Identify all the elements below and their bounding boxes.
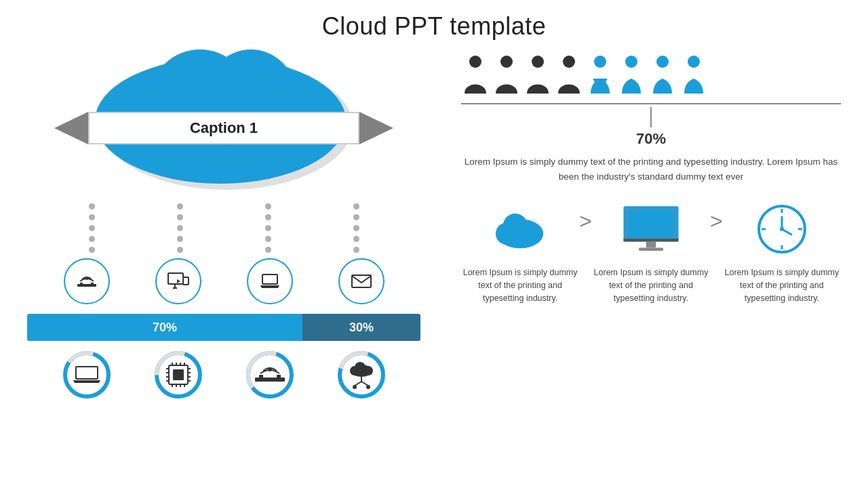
person-blue-1	[586, 54, 614, 98]
laptop-icon	[247, 258, 293, 304]
bottom-item-clock: Lorem Ipsum is simply dummy text of the …	[723, 199, 841, 304]
dot	[353, 225, 359, 231]
banner-main: Caption 1	[88, 112, 359, 144]
dot	[353, 203, 359, 209]
person-dark-3	[524, 54, 552, 98]
svg-point-65	[656, 56, 669, 68]
svg-rect-17	[262, 274, 277, 284]
banner: Caption 1	[54, 112, 393, 144]
dot	[353, 236, 359, 242]
svg-line-56	[361, 382, 368, 386]
svg-rect-11	[80, 283, 83, 284]
svg-rect-14	[168, 273, 183, 284]
wifi-router-icon	[64, 258, 110, 304]
svg-point-58	[366, 385, 370, 389]
svg-rect-75	[623, 239, 678, 242]
clock-icon	[751, 199, 812, 260]
dot-column-1	[89, 203, 95, 253]
left-panel: Caption 1	[20, 47, 427, 399]
svg-rect-21	[76, 367, 98, 379]
svg-point-59	[469, 56, 481, 68]
bottom-item-cloud: Lorem Ipsum is simply dummy text of the …	[461, 199, 579, 304]
right-panel: 70% Lorem Ipsum is simply dummy text of …	[461, 54, 841, 304]
bottom-item-monitor: Lorem Ipsum is simply dummy text of the …	[592, 199, 710, 304]
dot	[89, 247, 95, 253]
person-dark-2	[492, 54, 521, 98]
svg-rect-45	[259, 375, 263, 378]
screen-share-icon	[155, 258, 201, 304]
dot	[353, 247, 359, 253]
person-dark-1	[461, 54, 490, 98]
greater-than-1: >	[579, 199, 592, 234]
dot	[265, 236, 271, 242]
person-blue-3	[648, 54, 677, 98]
dot-column-2	[177, 203, 183, 253]
svg-rect-18	[352, 275, 371, 287]
svg-rect-10	[77, 284, 96, 287]
person-blue-4	[679, 54, 708, 98]
dot	[177, 236, 183, 242]
dot-column-4	[353, 203, 359, 253]
icons-row-top	[20, 258, 427, 304]
progress-bar-left: 70%	[27, 314, 302, 341]
chip-donut-icon	[154, 350, 203, 399]
dot	[265, 203, 271, 209]
lorem-text-top: Lorem Ipsum is simply dummy text of the …	[461, 155, 841, 184]
progress-bar-right: 30%	[302, 314, 420, 341]
banner-tail-left	[54, 112, 88, 144]
svg-point-47	[268, 367, 272, 371]
percent-label: 70%	[636, 130, 666, 148]
svg-point-13	[85, 277, 88, 280]
cloud-small-icon	[490, 199, 551, 260]
dot	[89, 236, 95, 242]
cloud-network-donut-icon	[337, 350, 386, 399]
bottom-row: Lorem Ipsum is simply dummy text of the …	[461, 199, 841, 304]
svg-point-57	[353, 385, 357, 389]
bottom-text-3: Lorem Ipsum is simply dummy text of the …	[723, 266, 841, 304]
progress-left-label: 70%	[153, 321, 177, 335]
svg-point-70	[503, 214, 528, 238]
dot	[265, 214, 271, 220]
cloud-wrapper: Caption 1	[47, 47, 400, 197]
dot	[265, 247, 271, 253]
svg-rect-12	[91, 283, 94, 284]
dot	[89, 203, 95, 209]
dot	[177, 203, 183, 209]
wifi-donut-icon	[245, 350, 294, 399]
svg-point-62	[563, 56, 575, 68]
dot-column-3	[265, 203, 271, 253]
svg-point-60	[500, 56, 513, 68]
dots-row	[20, 203, 427, 253]
email-icon	[338, 258, 384, 304]
banner-tail-right	[359, 112, 393, 144]
bottom-text-2: Lorem Ipsum is simply dummy text of the …	[592, 266, 710, 304]
svg-line-55	[355, 382, 361, 386]
dot	[89, 225, 95, 231]
icons-row-bottom	[20, 350, 427, 399]
svg-rect-73	[646, 242, 656, 248]
greater-than-2: >	[710, 199, 723, 234]
people-section: 70% Lorem Ipsum is simply dummy text of …	[461, 54, 841, 184]
dot	[353, 214, 359, 220]
svg-rect-44	[255, 378, 285, 382]
vertical-line	[650, 107, 652, 127]
svg-point-83	[780, 227, 784, 231]
svg-rect-15	[183, 277, 189, 285]
svg-rect-46	[277, 375, 281, 378]
svg-point-63	[594, 56, 606, 68]
dot	[89, 214, 95, 220]
dot	[177, 225, 183, 231]
page-title: Cloud PPT template	[0, 0, 868, 41]
dot	[177, 247, 183, 253]
monitor-icon	[620, 199, 682, 260]
svg-rect-74	[639, 248, 663, 251]
dot	[177, 214, 183, 220]
dot	[265, 225, 271, 231]
svg-rect-72	[627, 209, 675, 239]
people-row	[461, 54, 841, 104]
percent-line-wrapper: 70%	[461, 107, 841, 148]
progress-right-label: 30%	[349, 321, 374, 335]
svg-point-53	[355, 362, 366, 373]
svg-point-61	[532, 56, 544, 68]
bottom-text-1: Lorem Ipsum is simply dummy text of the …	[461, 266, 579, 304]
